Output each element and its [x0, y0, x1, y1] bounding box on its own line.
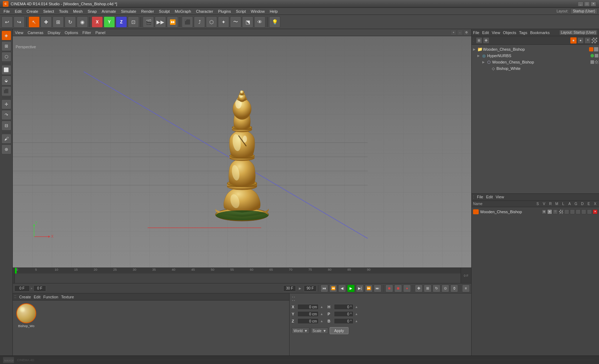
mat-menu-create[interactable]: Create: [19, 295, 31, 299]
deformer-btn[interactable]: ⬡: [206, 16, 217, 28]
coord-b-up[interactable]: ▲: [355, 319, 358, 323]
mat-menu-function[interactable]: Function: [43, 295, 58, 299]
rotate-tool[interactable]: ↻: [65, 16, 76, 28]
coord-z-up[interactable]: ▲: [320, 319, 323, 323]
left-tool-paint[interactable]: 🖌: [1, 134, 11, 144]
tag-icon-1[interactable]: ⊞: [542, 209, 546, 214]
left-tool-model[interactable]: ◈: [1, 31, 11, 40]
viewport-settings[interactable]: ⚙: [463, 30, 469, 35]
obj-menu-objects[interactable]: Objects: [503, 31, 516, 35]
tag-icon-8[interactable]: [587, 209, 592, 214]
select-tool[interactable]: ↖: [28, 16, 40, 28]
scale-tool[interactable]: ⊞: [53, 16, 64, 28]
prev-key-btn[interactable]: ⏪: [329, 285, 337, 292]
menu-tools[interactable]: Tools: [57, 9, 70, 14]
left-tool-mesh[interactable]: ⊞: [1, 41, 11, 51]
menu-plugins[interactable]: Plugins: [216, 9, 233, 14]
viewport-menu-cameras[interactable]: Cameras: [28, 31, 44, 35]
move-key-btn[interactable]: ✤: [415, 285, 423, 292]
obj-menu-file[interactable]: File: [473, 31, 479, 35]
coord-y-up[interactable]: ▲: [320, 312, 323, 316]
end-frame-field[interactable]: 90 F: [304, 285, 317, 292]
obj-tool-2[interactable]: ✤: [483, 37, 489, 44]
coord-z-pos-field[interactable]: [297, 318, 319, 324]
coord-x-up[interactable]: ▲: [320, 305, 323, 309]
frame-step-field[interactable]: 0 F: [33, 285, 46, 292]
render-all-btn[interactable]: ⏩: [167, 16, 178, 28]
obj-icon-orange[interactable]: ■: [570, 37, 577, 44]
tag-icon-close[interactable]: ✕: [593, 209, 598, 214]
coord-world-dropdown[interactable]: World ▼: [292, 327, 309, 334]
spline-btn[interactable]: 〜: [230, 16, 241, 28]
material-thumb-bishop[interactable]: Bishop_Wo: [16, 303, 37, 328]
goto-start-btn[interactable]: ⏮: [320, 285, 328, 292]
mat-menu-edit[interactable]: Edit: [34, 295, 40, 299]
menu-simulate[interactable]: Simulate: [119, 9, 138, 14]
viewport-menu-display[interactable]: Display: [48, 31, 60, 35]
x-axis-btn[interactable]: X: [92, 16, 103, 28]
viewport-menu-filter[interactable]: Filter: [82, 31, 91, 35]
left-tool-bend[interactable]: ↷: [1, 110, 11, 120]
fps-arrow[interactable]: ▶: [297, 285, 303, 292]
viewport-canvas[interactable]: X Y Perspective: [13, 36, 471, 268]
timeline-view-btn[interactable]: ≡: [462, 285, 470, 292]
camera-btn[interactable]: ⬔: [242, 16, 253, 28]
pos-key-btn[interactable]: ⊙: [441, 285, 449, 292]
minimize-button[interactable]: _: [578, 1, 583, 6]
all-key-btn[interactable]: ⧮: [450, 285, 458, 292]
left-tool-grid[interactable]: ⊟: [1, 121, 11, 131]
menu-select[interactable]: Select: [41, 9, 56, 14]
menu-snap[interactable]: Snap: [86, 9, 99, 14]
light-btn[interactable]: 👁: [254, 16, 265, 28]
obj-dots-icon[interactable]: ⠿: [584, 37, 591, 44]
menu-animate[interactable]: Animate: [100, 9, 118, 14]
menu-mograph[interactable]: MoGraph: [172, 9, 193, 14]
maximize-button[interactable]: □: [584, 1, 590, 6]
coord-h-field[interactable]: [334, 304, 353, 310]
next-frame-btn[interactable]: ▶|: [356, 285, 364, 292]
coord-x-pos-field[interactable]: [297, 304, 319, 310]
coord-p-field[interactable]: [334, 311, 353, 317]
redo-button[interactable]: ↪: [13, 16, 25, 28]
y-axis-btn[interactable]: Y: [104, 16, 115, 28]
effector-btn[interactable]: ✦: [218, 16, 229, 28]
z-axis-btn[interactable]: Z: [116, 16, 127, 28]
tag-icon-7[interactable]: [581, 209, 586, 214]
obj-tool-1[interactable]: ⊞: [476, 37, 482, 44]
viewport-menu-options[interactable]: Options: [65, 31, 78, 35]
obj-menu-edit[interactable]: Edit: [482, 31, 489, 35]
tree-item-bishop-mesh[interactable]: ▶ ⬡ Wooden_Chess_Bishop: [482, 59, 599, 65]
light-icon-btn[interactable]: 💡: [269, 16, 280, 28]
undo-button[interactable]: ↩: [1, 16, 13, 28]
tag-icon-6[interactable]: [576, 209, 581, 214]
np-menu-file[interactable]: File: [477, 195, 483, 199]
left-tool-box[interactable]: ⬛: [1, 86, 11, 96]
current-frame-field[interactable]: 0 F: [14, 285, 30, 292]
obj-checker-icon[interactable]: [591, 37, 598, 44]
left-tool-poly[interactable]: ⬡: [1, 52, 11, 62]
material-list[interactable]: Bishop_Wo: [13, 300, 289, 358]
tag-icon-checker[interactable]: [559, 209, 564, 214]
np-menu-view[interactable]: View: [496, 195, 504, 199]
menu-sculpt[interactable]: Sculpt: [157, 9, 172, 14]
tree-item-hypernurbs[interactable]: ▶ ◎ HyperNURBS: [477, 53, 599, 59]
viewport-zoom-fit[interactable]: +: [451, 30, 456, 35]
close-button[interactable]: ✕: [590, 1, 596, 6]
autokey-btn[interactable]: ●: [403, 285, 411, 292]
obj-menu-bookmarks[interactable]: Bookmarks: [530, 31, 550, 35]
timeline-ruler[interactable]: 0 5 10 15 20 25 30 35 40 45 50 55 60 65 …: [15, 268, 461, 274]
fps-field[interactable]: 30 F: [283, 285, 296, 292]
viewport[interactable]: View Cameras Display Options Filter Pane…: [13, 29, 471, 268]
menu-create[interactable]: Create: [24, 9, 40, 14]
prev-frame-btn[interactable]: ◀: [338, 285, 346, 292]
tag-icon-2[interactable]: ●: [547, 209, 552, 214]
obj-icon-2[interactable]: ●: [577, 37, 584, 44]
obj-menu-tags[interactable]: Tags: [519, 31, 527, 35]
object-axis-btn[interactable]: ⊡: [128, 16, 139, 28]
coord-y-pos-field[interactable]: [297, 311, 319, 317]
viewport-menu-panel[interactable]: Panel: [95, 31, 105, 35]
layout-selector[interactable]: Startup (User): [570, 8, 598, 14]
next-key-btn[interactable]: ⏩: [365, 285, 373, 292]
tag-icon-4[interactable]: [564, 209, 569, 214]
tag-icon-5[interactable]: [570, 209, 575, 214]
